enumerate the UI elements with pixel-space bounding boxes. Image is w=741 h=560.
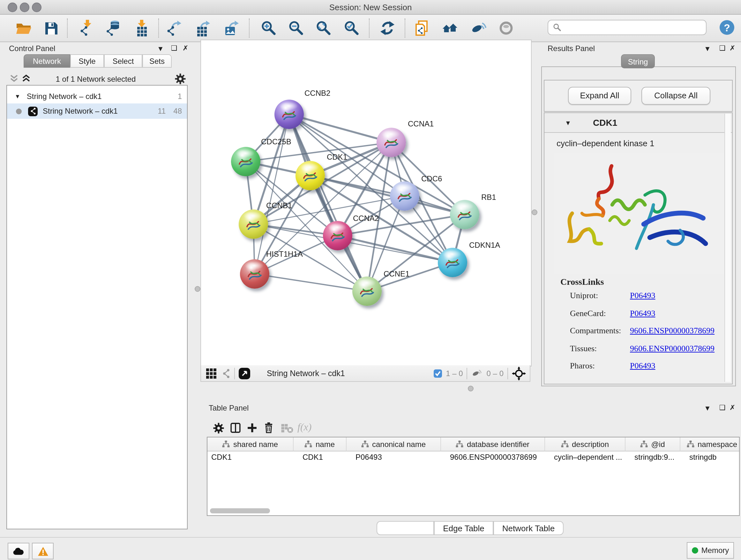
tab-node-table[interactable]: Node Table: [377, 521, 434, 535]
zoom-in-icon[interactable]: [260, 20, 277, 37]
memory-button[interactable]: Memory: [687, 542, 734, 559]
network-node-CCNB2[interactable]: [274, 100, 304, 129]
tab-select[interactable]: Select: [104, 54, 142, 68]
tab-sets[interactable]: Sets: [142, 54, 172, 68]
warnings-button[interactable]: [32, 543, 54, 559]
table-cell[interactable]: 9606.ENSP00000378699: [450, 453, 544, 462]
network-canvas[interactable]: CCNB2 CCNA1 CDC25B CDK1: [200, 40, 532, 367]
crosslink-link[interactable]: 9606.ENSP00000378699: [630, 326, 715, 336]
create-column-plus-icon[interactable]: [246, 422, 258, 434]
show-columns-icon[interactable]: [230, 422, 241, 434]
table-panel-float-icon[interactable]: ❑: [719, 403, 726, 412]
results-panel-close-icon[interactable]: ✗: [730, 44, 735, 52]
network-options-gear-icon[interactable]: [175, 73, 186, 84]
gene-description: cyclin–dependent kinase 1: [556, 138, 654, 148]
help-icon[interactable]: ?: [719, 19, 735, 36]
network-node-CCNA1[interactable]: [377, 128, 406, 157]
collection-expand-caret[interactable]: ▼: [15, 93, 20, 100]
collapse-all-networks-icon[interactable]: [9, 74, 19, 83]
zoom-selected-icon[interactable]: [343, 20, 360, 37]
expand-all-button[interactable]: Expand All: [568, 87, 631, 105]
network-row-selected[interactable]: String Network – cdk1 11 48: [7, 104, 187, 119]
import-network-from-database-icon[interactable]: [105, 20, 121, 37]
refresh-icon[interactable]: [379, 20, 396, 37]
control-panel-float-icon[interactable]: ❑: [171, 44, 178, 52]
node-table[interactable]: shared namenamecanonical namedatabase id…: [207, 437, 740, 516]
network-node-RB1[interactable]: [450, 200, 479, 229]
control-panel-close-icon[interactable]: ✗: [183, 44, 188, 52]
network-node-CCNA2[interactable]: [323, 221, 352, 250]
column-header-canonical-name[interactable]: canonical name: [347, 437, 441, 451]
table-panel-close-icon[interactable]: ✗: [730, 403, 735, 412]
table-cell[interactable]: CDK1: [211, 453, 287, 462]
crosslink-link[interactable]: P06493: [630, 291, 655, 301]
hide-panel-eye-icon[interactable]: [470, 20, 487, 37]
network-collection-row[interactable]: ▼ String Network – cdk1 1: [7, 89, 187, 104]
grid-view-icon[interactable]: [206, 368, 216, 378]
results-panel-menu-icon[interactable]: ▼: [704, 45, 711, 52]
table-cell[interactable]: CDK1: [302, 453, 345, 462]
import-network-icon[interactable]: [78, 20, 94, 37]
column-header-name[interactable]: name: [293, 437, 347, 451]
save-session-icon[interactable]: [43, 20, 59, 37]
expand-all-networks-icon[interactable]: [21, 74, 31, 83]
search-input[interactable]: [548, 20, 706, 35]
export-table-icon[interactable]: [195, 20, 211, 37]
network-from-clipboard-icon[interactable]: [414, 20, 430, 37]
column-header-@id[interactable]: @id: [625, 437, 680, 451]
fit-content-crosshair-icon[interactable]: [512, 366, 526, 380]
column-header-description[interactable]: description: [545, 437, 625, 451]
control-panel-menu-icon[interactable]: ▼: [157, 45, 164, 52]
crosslink-link[interactable]: P06493: [630, 308, 655, 318]
network-node-CCNB1[interactable]: [239, 209, 268, 239]
network-node-CDC25B[interactable]: [231, 147, 260, 176]
homes-icon[interactable]: [442, 20, 458, 37]
results-panel-float-icon[interactable]: ❑: [719, 44, 726, 52]
table-h-scrollbar-thumb[interactable]: [210, 508, 270, 513]
table-panel-menu-icon[interactable]: ▼: [704, 404, 711, 412]
share-view-icon[interactable]: [222, 368, 230, 378]
table-cell[interactable]: stringdb:9...: [634, 453, 679, 462]
right-splitter-handle[interactable]: [532, 209, 537, 215]
table-cell[interactable]: P06493: [355, 453, 440, 462]
table-options-gear-icon[interactable]: [213, 423, 224, 434]
results-scrollbar-track[interactable]: [724, 114, 731, 382]
network-edge[interactable]: [255, 274, 367, 291]
zoom-fit-icon[interactable]: [315, 20, 332, 37]
network-node-CDC6[interactable]: [390, 181, 419, 211]
birdseye-view-icon[interactable]: [239, 368, 250, 379]
tab-edge-table[interactable]: Edge Table: [434, 521, 493, 535]
network-edge[interactable]: [338, 236, 453, 262]
import-table-icon[interactable]: [133, 20, 150, 37]
network-node-CCNE1[interactable]: [352, 276, 382, 306]
crosslink-link[interactable]: P06493: [630, 361, 655, 371]
collapse-all-button[interactable]: Collapse All: [642, 87, 711, 105]
tab-network-table[interactable]: Network Table: [493, 521, 563, 535]
toolbar-separator: [369, 18, 369, 38]
tab-string[interactable]: String: [621, 54, 655, 68]
table-cell[interactable]: cyclin–dependent ...: [554, 453, 624, 462]
network-node-CDKN1A[interactable]: [438, 248, 467, 277]
crosslink-link[interactable]: 9606.ENSP00000378699: [630, 343, 715, 354]
left-splitter-handle[interactable]: [195, 286, 200, 292]
column-header-shared-name[interactable]: shared name: [207, 437, 293, 451]
network-node-CDK1[interactable]: [295, 161, 325, 190]
export-image-icon[interactable]: [223, 20, 240, 37]
zoom-out-icon[interactable]: [288, 20, 305, 37]
column-header-namespace[interactable]: namespace: [680, 437, 740, 451]
export-network-icon[interactable]: [166, 20, 183, 37]
hidden-nodes-eye-icon[interactable]: [471, 368, 483, 378]
gene-expand-caret[interactable]: ▼: [565, 119, 571, 126]
open-session-icon[interactable]: [15, 20, 32, 37]
selected-nodes-checkbox-icon[interactable]: [433, 369, 442, 378]
cloud-button[interactable]: [8, 543, 29, 559]
table-cell[interactable]: stringdb: [689, 453, 740, 462]
tab-network[interactable]: Network: [23, 54, 70, 68]
table-panel-title: Table Panel: [209, 403, 249, 413]
view-toolbar-separator: [508, 368, 508, 379]
column-header-database-identifier[interactable]: database identifier: [441, 437, 545, 451]
delete-column-trash-icon[interactable]: [263, 422, 274, 434]
tab-style[interactable]: Style: [70, 54, 104, 68]
network-node-HIST1H1A[interactable]: [240, 259, 269, 289]
horizontal-splitter-handle[interactable]: [468, 386, 474, 391]
